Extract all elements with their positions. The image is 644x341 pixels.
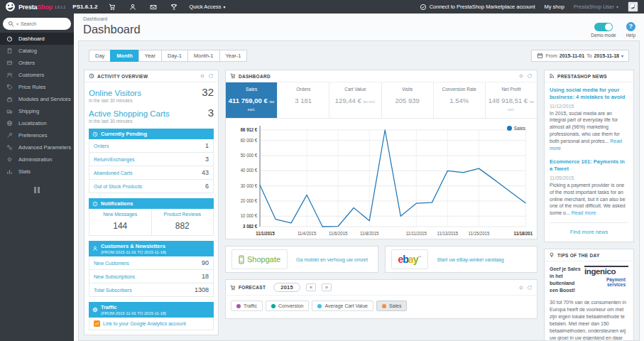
google-analytics-link[interactable]: Link to your Google Analytics account: [103, 321, 186, 326]
legend-avg-cart-value-toggle[interactable]: Average Cart Value: [312, 301, 373, 311]
svg-text:20 000 €: 20 000 €: [241, 198, 258, 203]
currently-pending-header: Currently Pending: [89, 129, 214, 139]
date-range-buttons: Day Month Year Day-1 Month-1 Year-1: [89, 50, 247, 62]
range-month-1-button[interactable]: Month-1: [187, 50, 220, 62]
forecast-prev-button[interactable]: «: [306, 283, 316, 291]
product-reviews-link[interactable]: Product Reviews: [153, 212, 212, 217]
gear-icon[interactable]: [518, 73, 524, 79]
legend-traffic-toggle[interactable]: Traffic: [231, 301, 263, 311]
refresh-icon[interactable]: [208, 73, 214, 79]
sidebar-search[interactable]: ▾: [3, 18, 71, 30]
sidebar-item-catalog[interactable]: Catalog: [0, 45, 74, 57]
range-year-1-button[interactable]: Year-1: [219, 50, 248, 62]
sidebar-item-dashboard[interactable]: Dashboard: [0, 33, 74, 45]
pending-row: Out of Stock Products6: [89, 180, 214, 193]
find-more-news-link[interactable]: Find more news: [550, 227, 628, 237]
new-messages-link[interactable]: New Messages: [91, 212, 150, 217]
pending-orders-link[interactable]: Orders: [94, 144, 109, 148]
news-article-title[interactable]: Ecommerce 101: Payments in a Tweet: [550, 158, 628, 173]
sidebar-item-localization[interactable]: Localization: [0, 117, 74, 129]
kpi-conversion-rate[interactable]: Conversion Rate1.54%: [433, 82, 485, 118]
panel-prestashop-news: PRESTASHOP NEWS Using social media for y…: [544, 70, 634, 242]
legend-conversion-toggle[interactable]: Conversion: [266, 301, 309, 311]
cart-icon[interactable]: [109, 4, 116, 11]
range-day-1-button[interactable]: Day-1: [161, 50, 188, 62]
kpi-cart-value[interactable]: Cart Value129,44 € tax excl.: [329, 82, 381, 118]
legend-sales-toggle[interactable]: Sales: [376, 301, 408, 311]
chevron-down-icon[interactable]: ▾: [16, 21, 18, 26]
online-visitors-value: 32: [202, 86, 214, 98]
shopgate-link[interactable]: Ga mobiel en verhoog uw omzet: [296, 257, 368, 262]
sidebar-item-stats[interactable]: Stats: [0, 166, 74, 178]
breadcrumb[interactable]: Dashboard: [74, 13, 644, 22]
total-subscribers-link[interactable]: Total Subscribers: [94, 288, 132, 293]
panel-title: DASHBOARD: [239, 74, 271, 79]
sidebar-item-modules[interactable]: Modules and Services: [0, 93, 74, 105]
panel-title: FORECAST: [239, 285, 266, 290]
topbar: PrestaShop 1.6.1.2 PS1.6.1.2 Quick Acces…: [0, 0, 644, 13]
dashboard-icon: [6, 36, 13, 42]
sidebar-item-preferences[interactable]: Preferences: [0, 129, 74, 141]
avatar[interactable]: [628, 1, 638, 12]
demo-mode-toggle[interactable]: [594, 23, 613, 31]
chevron-down-icon: ▾: [616, 4, 618, 9]
pending-out-of-stock-link[interactable]: Out of Stock Products: [94, 184, 142, 189]
refresh-icon[interactable]: [527, 73, 533, 79]
date-range-picker[interactable]: From2015-11-01 To2015-11-18 ▾: [531, 50, 629, 62]
svg-text:10 000 €: 10 000 €: [241, 213, 258, 218]
ebay-link[interactable]: Start uw eBay-winkel vandaag: [437, 257, 503, 262]
kpi-sales[interactable]: Sales411 759,00 € tax excl.: [226, 82, 277, 118]
trophy-icon[interactable]: [170, 4, 178, 11]
range-month-button[interactable]: Month: [110, 50, 139, 62]
pending-returns-link[interactable]: Return/Exchanges: [94, 157, 135, 162]
svg-text:11/11/2015: 11/11/2015: [406, 231, 427, 236]
new-subscriptions-link[interactable]: New Subscriptions: [94, 274, 135, 279]
help-icon[interactable]: ?: [626, 22, 635, 31]
sidebar-item-advanced-parameters[interactable]: Advanced Parameters: [0, 141, 74, 153]
kpi-net-profit[interactable]: Net Profit148 918,51 € tax excl.: [485, 82, 537, 118]
brand-wordmark: PrestaShop: [18, 4, 53, 11]
read-more-link[interactable]: Read more: [572, 210, 596, 215]
kpi-visits[interactable]: Visits205 939: [381, 82, 433, 118]
connect-marketplace-link[interactable]: Connect to PrestaShop Marketplace accoun…: [420, 4, 535, 11]
notifications-header: Notifications: [89, 198, 214, 209]
gear-icon[interactable]: [200, 73, 205, 79]
ingenico-logo: ingenico Paymentservices: [584, 266, 628, 287]
customers-row: New Customers90: [89, 256, 214, 270]
user-menu[interactable]: PrestaShop User▾: [574, 4, 618, 10]
calendar-icon: [537, 53, 543, 59]
traffic-header: Traffic(FROM 2015-11-01 TO 2015-11-18): [89, 302, 214, 318]
svg-text:11/13/2015: 11/13/2015: [437, 231, 459, 236]
collapse-menu-icon[interactable]: [34, 187, 40, 193]
sales-line: [260, 130, 525, 227]
stats-icon: [6, 168, 13, 175]
new-customers-link[interactable]: New Customers: [94, 261, 129, 266]
messages-icon[interactable]: [150, 4, 157, 11]
svg-text:11/6/2015: 11/6/2015: [329, 231, 348, 236]
gear-icon[interactable]: [518, 285, 524, 291]
search-input[interactable]: [21, 21, 62, 26]
clock-icon: [89, 73, 94, 79]
chart-legend[interactable]: Sales: [507, 126, 525, 131]
forecast-year[interactable]: 2015: [273, 283, 300, 292]
my-shop-link[interactable]: My shop: [545, 4, 564, 10]
shopgate-logo: Shopgate: [231, 249, 288, 269]
range-year-button[interactable]: Year: [138, 50, 162, 62]
range-day-button[interactable]: Day: [89, 50, 111, 62]
refresh-icon[interactable]: [527, 285, 533, 291]
sidebar-item-orders[interactable]: Orders: [0, 57, 74, 69]
sidebar-item-administration[interactable]: Administration: [0, 153, 74, 166]
kpi-orders[interactable]: Orders3 181: [277, 82, 329, 118]
active-carts-value: 3: [208, 107, 214, 119]
news-article-title[interactable]: Using social media for your business: 4 …: [550, 87, 628, 101]
svg-text:50 000 €: 50 000 €: [241, 153, 258, 158]
sales-chart: 3 082 €10 000 €20 000 €30 000 €40 000 €5…: [229, 121, 534, 238]
forecast-next-button[interactable]: »: [322, 283, 332, 291]
orders-icon: [6, 60, 13, 66]
customer-icon[interactable]: [129, 4, 136, 11]
quick-access-menu[interactable]: Quick Access▾: [189, 4, 225, 10]
sidebar-item-price-rules[interactable]: Price Rules: [0, 81, 74, 93]
pending-abandoned-carts-link[interactable]: Abandoned Carts: [94, 170, 132, 175]
sidebar-item-customers[interactable]: Customers: [0, 69, 74, 81]
sidebar-item-shipping[interactable]: Shipping: [0, 105, 74, 117]
